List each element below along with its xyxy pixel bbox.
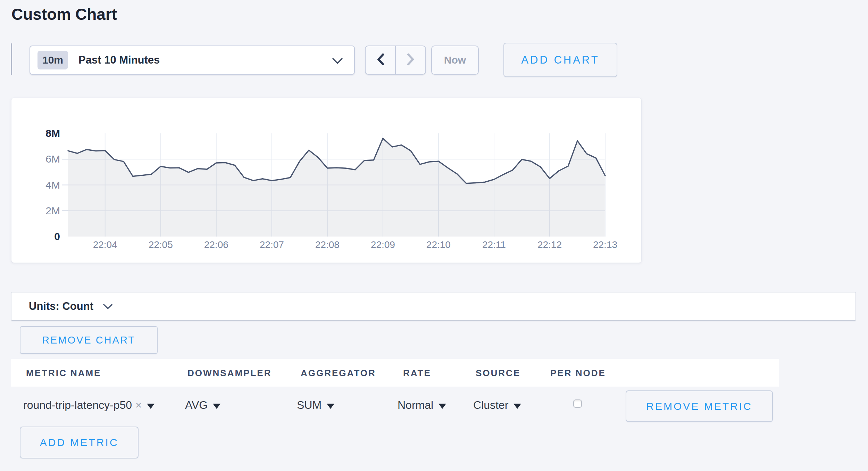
col-header-metric-name: METRIC NAME <box>26 368 101 379</box>
caret-down-icon <box>147 404 155 409</box>
caret-down-icon <box>213 404 220 409</box>
downsampler-value: AVG <box>185 399 208 412</box>
svg-text:22:13: 22:13 <box>593 239 617 250</box>
svg-text:22:11: 22:11 <box>482 239 506 250</box>
metric-chart[interactable]: 22:0422:0522:0622:0722:0822:0922:1022:11… <box>11 98 642 263</box>
col-header-source: SOURCE <box>476 368 520 379</box>
svg-text:8M: 8M <box>45 127 60 139</box>
svg-text:22:12: 22:12 <box>537 239 562 250</box>
svg-text:22:07: 22:07 <box>260 239 284 250</box>
caret-down-icon <box>439 404 446 409</box>
chevron-down-icon <box>332 58 343 66</box>
col-header-downsampler: DOWNSAMPLER <box>187 368 272 379</box>
add-metric-button[interactable]: ADD METRIC <box>20 427 139 458</box>
units-dropdown[interactable]: Units: Count <box>11 292 856 321</box>
svg-text:22:10: 22:10 <box>426 239 451 250</box>
svg-text:22:05: 22:05 <box>149 239 173 250</box>
caret-down-icon <box>514 404 521 409</box>
time-back-button[interactable] <box>366 46 396 74</box>
time-window-label: Past 10 Minutes <box>78 54 160 66</box>
clear-metric-icon[interactable]: × <box>135 399 142 412</box>
svg-text:22:06: 22:06 <box>204 239 228 250</box>
time-window-badge: 10m <box>37 51 68 69</box>
caret-down-icon <box>327 404 334 409</box>
add-chart-button[interactable]: ADD CHART <box>503 43 617 77</box>
page-title: Custom Chart <box>11 5 117 24</box>
chevron-left-icon <box>376 53 385 67</box>
chevron-down-icon <box>103 304 112 311</box>
remove-chart-button[interactable]: REMOVE CHART <box>20 326 158 354</box>
units-label: Units: Count <box>29 300 93 313</box>
svg-text:0: 0 <box>54 231 60 242</box>
toolbar-accent-bar <box>11 43 12 75</box>
metric-name-value: round-trip-latency-p50 <box>23 399 132 412</box>
aggregator-select[interactable]: SUM <box>297 399 334 412</box>
rate-value: Normal <box>398 399 433 412</box>
remove-metric-button[interactable]: REMOVE METRIC <box>626 390 773 422</box>
svg-text:22:04: 22:04 <box>93 239 117 250</box>
svg-text:2M: 2M <box>45 205 60 216</box>
aggregator-value: SUM <box>297 399 322 412</box>
svg-text:22:08: 22:08 <box>315 239 340 250</box>
per-node-checkbox[interactable] <box>573 399 582 408</box>
rate-select[interactable]: Normal <box>398 399 446 412</box>
metric-chart-card: 22:0422:0522:0622:0722:0822:0922:1022:11… <box>11 98 642 263</box>
col-header-aggregator: AGGREGATOR <box>301 368 376 379</box>
time-window-dropdown[interactable]: 10m Past 10 Minutes <box>30 46 355 75</box>
time-forward-button[interactable] <box>396 46 425 74</box>
source-select[interactable]: Cluster <box>473 399 521 412</box>
metrics-table-header: METRIC NAME DOWNSAMPLER AGGREGATOR RATE … <box>11 359 779 387</box>
col-header-per-node: PER NODE <box>550 368 606 379</box>
now-button[interactable]: Now <box>431 46 479 75</box>
col-header-rate: RATE <box>403 368 431 379</box>
metric-name-select[interactable]: round-trip-latency-p50 × <box>23 399 155 412</box>
svg-text:22:09: 22:09 <box>371 239 395 250</box>
source-value: Cluster <box>473 399 508 412</box>
chevron-right-icon <box>406 53 415 67</box>
svg-text:4M: 4M <box>45 179 60 191</box>
svg-text:6M: 6M <box>45 153 60 165</box>
downsampler-select[interactable]: AVG <box>185 399 220 412</box>
time-nav-group <box>365 46 426 75</box>
